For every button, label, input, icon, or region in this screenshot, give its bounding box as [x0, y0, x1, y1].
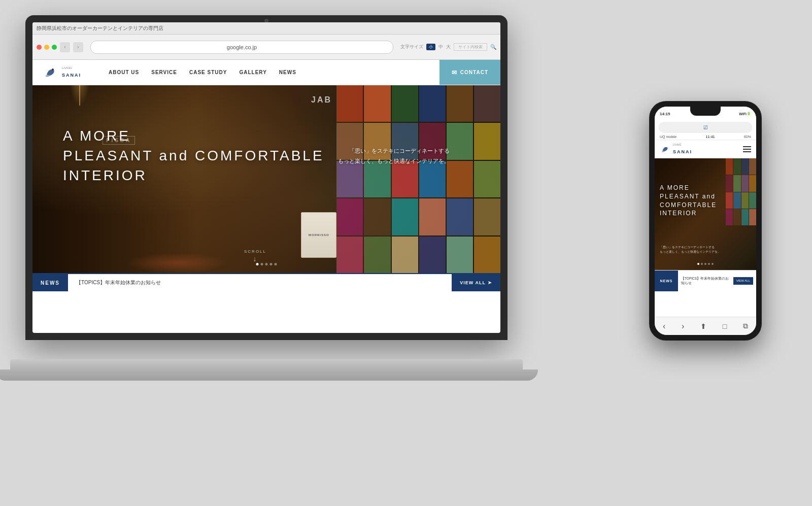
swatch-28	[419, 237, 446, 273]
font-large-btn[interactable]: 大	[446, 44, 451, 50]
mobile-bookmark-btn[interactable]: □	[723, 322, 727, 330]
swatch-16	[419, 161, 446, 197]
m-swatch-15	[741, 209, 749, 225]
search-field[interactable]: サイト内検索	[454, 43, 487, 51]
logo-main: SANAI	[62, 73, 81, 78]
swatch-5	[447, 85, 473, 122]
nav-service[interactable]: SERVICE	[151, 70, 177, 75]
browser-tab-label: 静岡県浜松市のオーダーカーテンとインテリアの専門店	[37, 25, 163, 32]
tl-green[interactable]	[52, 45, 57, 50]
swatch-18	[474, 161, 500, 197]
mobile-tabs-btn[interactable]: ⧉	[743, 322, 748, 330]
nav-about[interactable]: ABOUT US	[109, 70, 139, 75]
hero-swatches	[336, 85, 500, 273]
mobile-url-text: 🔄	[703, 125, 708, 129]
news-label: NEWS	[32, 274, 68, 291]
m-swatch-14	[733, 209, 740, 225]
dot-1[interactable]	[256, 263, 259, 265]
m-swatch-16	[749, 209, 756, 225]
mobile-url-bar[interactable]: 🔄	[659, 122, 752, 133]
url-text: google.co.jp	[227, 44, 257, 50]
morrisso-label: MORRISSO	[309, 233, 329, 237]
mobile-body: 14:15 📶 WiFi 🔋 🔄 UQ mobile 11:41 60%	[650, 102, 761, 340]
back-btn[interactable]: ‹	[60, 42, 70, 52]
swatch-3	[392, 85, 418, 122]
wifi-icon: WiFi	[739, 112, 747, 116]
nav-news[interactable]: NEWS	[279, 70, 296, 75]
dot-2[interactable]	[261, 263, 263, 265]
carousel-dots	[256, 263, 277, 265]
swatch-27	[392, 237, 418, 273]
mobile-news-bar: NEWS 【TOPICS】年末年始休業のお知らせ VIEW ALL	[655, 270, 756, 291]
m-dot-1[interactable]	[697, 263, 699, 265]
hero-line1: A MORE	[63, 126, 324, 146]
contact-button[interactable]: ✉ CONTACT	[439, 60, 500, 85]
m-swatch-6	[733, 175, 740, 191]
dot-3[interactable]	[265, 263, 268, 265]
m-news-text: 【TOPICS】年末年始休業のお知らせ	[678, 277, 733, 285]
m-news-label: NEWS	[655, 271, 678, 291]
dot-4[interactable]	[270, 263, 273, 265]
mobile-device: 14:15 📶 WiFi 🔋 🔄 UQ mobile 11:41 60%	[650, 102, 761, 340]
m-swatch-1	[726, 158, 733, 175]
browser-tab-bar: 静岡県浜松市のオーダーカーテンとインテリアの専門店	[32, 22, 500, 35]
font-medium-btn[interactable]: 中	[438, 44, 443, 50]
mobile-hero: A MORE PLEASANT and COMFORTABLE INTERIOR…	[655, 158, 756, 270]
site-header: LIVING SANAI ABOUT US SERVICE CASE STUDY…	[32, 60, 500, 85]
m-dot-3[interactable]	[704, 263, 706, 265]
view-all-button[interactable]: VIEW ALL ➤	[452, 274, 500, 291]
ham-line-1	[743, 146, 751, 147]
search-icon[interactable]: 🔍	[490, 44, 496, 50]
m-dot-5[interactable]	[712, 263, 714, 265]
news-bar: NEWS 【TOPICS】年末年始休業のお知らせ VIEW ALL ➤	[32, 273, 500, 291]
morrisso-book: MORRISSO	[301, 212, 336, 258]
swatch-15	[392, 161, 418, 197]
swatch-17	[447, 161, 473, 197]
m-swatch-8	[749, 175, 756, 191]
scroll-label: SCROLL	[244, 249, 266, 254]
url-bar[interactable]: google.co.jp	[90, 41, 393, 54]
font-small-btn[interactable]: 小	[426, 44, 435, 50]
mobile-time-1: 14:15	[660, 112, 672, 116]
hero-rug	[126, 253, 227, 273]
swatch-4	[419, 85, 446, 122]
m-swatch-4	[749, 158, 756, 175]
m-hero-line3: COMFORTABLE	[660, 201, 717, 210]
hero-subtitle: 「思い」をステキにコーディネートする もっと楽しく、もっと快適なインテリアを。	[338, 146, 450, 166]
scroll-arrow: ↓	[244, 255, 266, 263]
tl-red[interactable]	[37, 45, 42, 50]
dot-5[interactable]	[275, 263, 277, 265]
font-size-label: 文字サイズ	[400, 44, 423, 50]
mobile-logo-icon	[660, 144, 671, 155]
mobile-share-btn[interactable]: ⬆	[700, 322, 706, 330]
mobile-screen: 14:15 📶 WiFi 🔋 🔄 UQ mobile 11:41 60%	[655, 107, 756, 335]
swatch-21	[392, 198, 418, 235]
tl-yellow[interactable]	[44, 45, 49, 50]
hamburger-button[interactable]	[743, 146, 751, 152]
scroll-indicator: SCROLL ↓	[244, 249, 266, 263]
mobile-status-bar-2: UQ mobile 11:41 60%	[655, 134, 756, 140]
m-dot-2[interactable]	[701, 263, 703, 265]
svg-point-0	[52, 69, 54, 71]
mobile-back-btn[interactable]: ‹	[663, 322, 665, 331]
nav-case-study[interactable]: CASE STUDY	[189, 70, 227, 75]
swatch-19	[336, 198, 363, 235]
scene: 静岡県浜松市のオーダーカーテンとインテリアの専門店 ‹ › google.co.…	[0, 0, 812, 506]
logo-bird-icon	[43, 64, 59, 81]
swatch-25	[336, 237, 363, 273]
nav-gallery[interactable]: GALLERY	[239, 70, 266, 75]
mobile-logo-sub: LIVING	[673, 143, 692, 146]
m-view-all-button[interactable]: VIEW ALL	[733, 277, 753, 285]
news-text: 【TOPICS】年末年始休業のお知らせ	[68, 279, 452, 286]
m-hero-line2: PLEASANT and	[660, 192, 717, 201]
m-swatch-10	[733, 192, 740, 209]
mobile-battery: 🔋	[747, 112, 751, 116]
mobile-forward-btn[interactable]: ›	[682, 322, 684, 331]
envelope-icon: ✉	[452, 69, 457, 76]
swatch-22	[419, 198, 446, 235]
forward-btn[interactable]: ›	[73, 42, 83, 52]
mobile-logo-main: SANAI	[673, 149, 692, 154]
contact-label: CONTACT	[460, 70, 488, 75]
m-dot-4[interactable]	[708, 263, 710, 265]
swatch-13	[336, 161, 363, 197]
